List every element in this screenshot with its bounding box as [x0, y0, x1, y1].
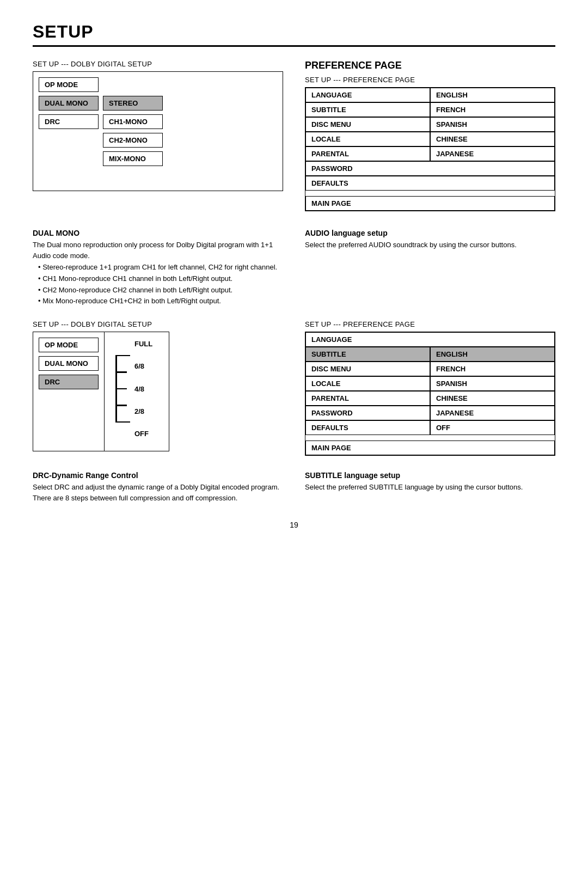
- audio-language-description: AUDIO language setup Select the preferre…: [305, 222, 555, 307]
- pref-b-row-1-right[interactable]: ENGLISH: [430, 347, 555, 362]
- stereo-option-1[interactable]: CH1-MONO: [103, 114, 163, 129]
- drc-outer-box: OP MODE DUAL MONO DRC: [33, 332, 283, 451]
- dual-mono-desc: The Dual mono reproduction only process …: [33, 240, 283, 261]
- slider-label-6-8: 6/8: [134, 362, 152, 370]
- dual-mono-title: DUAL MONO: [33, 229, 283, 237]
- subtitle-desc: Select the preferred SUBTITLE language b…: [305, 482, 555, 493]
- preference-top-grid: LANGUAGE ENGLISH SUBTITLE FRENCH DISC ME…: [305, 87, 555, 211]
- dolby-top-label: SET UP --- DOLBY DIGITAL SETUP: [33, 60, 283, 68]
- pref-b-row-6-right[interactable]: OFF: [430, 420, 555, 435]
- pref-b-row-4-right[interactable]: CHINESE: [430, 391, 555, 406]
- pref-row-3-left[interactable]: LOCALE: [305, 132, 430, 146]
- page-number: 19: [33, 521, 555, 529]
- page-title: SETUP: [33, 22, 555, 47]
- slider-label-4-8: 4/8: [134, 385, 152, 393]
- stereo-option-2[interactable]: CH2-MONO: [103, 133, 163, 148]
- pref-b-row-5-right[interactable]: JAPANESE: [430, 406, 555, 420]
- drc-desc: Select DRC and adjust the dynamic range …: [33, 482, 283, 503]
- bullet-2: CH2 Mono-reproduce CH2 channel in both L…: [38, 285, 283, 296]
- dual-mono-description: DUAL MONO The Dual mono reproduction onl…: [33, 222, 283, 307]
- pref-row-5-left[interactable]: PASSWORD: [305, 161, 555, 176]
- pref-b-row-0[interactable]: LANGUAGE: [305, 332, 555, 347]
- bullet-3: Mix Mono-reproduce CH1+CH2 in both Left/…: [38, 296, 283, 307]
- dolby-bottom-label: SET UP --- DOLBY DIGITAL SETUP: [33, 320, 283, 328]
- pref-b-row-2-left[interactable]: DISC MENU: [305, 362, 430, 376]
- stereo-options: STEREO CH1-MONO CH2-MONO MIX-MONO: [103, 96, 163, 168]
- pref-row-4-right[interactable]: JAPANESE: [430, 146, 555, 161]
- drc-slider-col: FULL 6/8 4/8 2/8 OFF: [104, 332, 169, 451]
- audio-language-desc: Select the preferred AUDIO soundtrack by…: [305, 240, 555, 250]
- drc-drc[interactable]: DRC: [39, 375, 99, 389]
- pref-row-0-right[interactable]: ENGLISH: [430, 88, 555, 102]
- pref-row-1-left[interactable]: SUBTITLE: [305, 102, 430, 117]
- preference-title: PREFERENCE PAGE: [305, 60, 555, 71]
- drc-op-mode[interactable]: OP MODE: [39, 338, 99, 352]
- pref-row-6-left[interactable]: DEFAULTS: [305, 176, 555, 191]
- audio-language-title: AUDIO language setup: [305, 229, 555, 237]
- dolby-digital-top-section: SET UP --- DOLBY DIGITAL SETUP OP MODE D…: [33, 60, 283, 211]
- preference-bottom-grid: LANGUAGE SUBTITLE ENGLISH DISC MENU FREN…: [305, 332, 555, 456]
- pref-b-row-5-left[interactable]: PASSWORD: [305, 406, 430, 420]
- pref-row-1-right[interactable]: FRENCH: [430, 102, 555, 117]
- pref-main-page-bottom[interactable]: MAIN PAGE: [305, 440, 555, 455]
- op-mode-menu-item[interactable]: OP MODE: [39, 77, 99, 92]
- drc-menu-col: OP MODE DUAL MONO DRC: [33, 332, 104, 451]
- slider-labels: FULL 6/8 4/8 2/8 OFF: [134, 340, 152, 438]
- drc-description: DRC-Dynamic Range Control Select DRC and…: [33, 464, 283, 504]
- drc-section: SET UP --- DOLBY DIGITAL SETUP OP MODE D…: [33, 320, 283, 456]
- slider-label-2-8: 2/8: [134, 407, 152, 415]
- pref-main-page-top[interactable]: MAIN PAGE: [305, 196, 555, 211]
- slider-label-off: OFF: [134, 430, 152, 438]
- slider-label-full: FULL: [134, 340, 152, 348]
- dual-mono-bullets: Stereo-reproduce 1+1 program CH1 for lef…: [33, 262, 283, 307]
- pref-row-2-right[interactable]: SPANISH: [430, 117, 555, 132]
- dual-mono-menu-item[interactable]: DUAL MONO: [39, 96, 99, 111]
- pref-row-4-left[interactable]: PARENTAL: [305, 146, 430, 161]
- preference-top-label: SET UP --- PREFERENCE PAGE: [305, 76, 555, 84]
- pref-row-2-left[interactable]: DISC MENU: [305, 117, 430, 132]
- subtitle-title: SUBTITLE language setup: [305, 471, 555, 480]
- preference-bottom-label: SET UP --- PREFERENCE PAGE: [305, 320, 555, 328]
- pref-b-row-3-right[interactable]: SPANISH: [430, 376, 555, 391]
- pref-b-row-3-left[interactable]: LOCALE: [305, 376, 430, 391]
- bullet-0: Stereo-reproduce 1+1 program CH1 for lef…: [38, 262, 283, 273]
- dolby-top-box: OP MODE DUAL MONO DRC STEREO CH1-MONO CH…: [33, 71, 283, 191]
- pref-b-row-6-left[interactable]: DEFAULTS: [305, 420, 430, 435]
- drc-menu-item-top[interactable]: DRC: [39, 114, 99, 129]
- stereo-option-3[interactable]: MIX-MONO: [103, 151, 163, 166]
- pref-b-row-4-left[interactable]: PARENTAL: [305, 391, 430, 406]
- drc-title: DRC-Dynamic Range Control: [33, 471, 283, 480]
- stereo-option-0[interactable]: STEREO: [103, 96, 163, 111]
- pref-row-0-left[interactable]: LANGUAGE: [305, 88, 430, 102]
- pref-b-row-1-left[interactable]: SUBTITLE: [305, 347, 430, 362]
- pref-b-row-2-right[interactable]: FRENCH: [430, 362, 555, 376]
- drc-dual-mono[interactable]: DUAL MONO: [39, 356, 99, 371]
- preference-top-section: PREFERENCE PAGE SET UP --- PREFERENCE PA…: [305, 60, 555, 211]
- subtitle-description: SUBTITLE language setup Select the prefe…: [305, 464, 555, 504]
- pref-row-3-right[interactable]: CHINESE: [430, 132, 555, 146]
- slider-full-row: FULL 6/8 4/8 2/8 OFF: [115, 340, 158, 438]
- bullet-1: CH1 Mono-reproduce CH1 channel in both L…: [38, 273, 283, 285]
- preference-bottom-section: SET UP --- PREFERENCE PAGE LANGUAGE SUBT…: [305, 320, 555, 456]
